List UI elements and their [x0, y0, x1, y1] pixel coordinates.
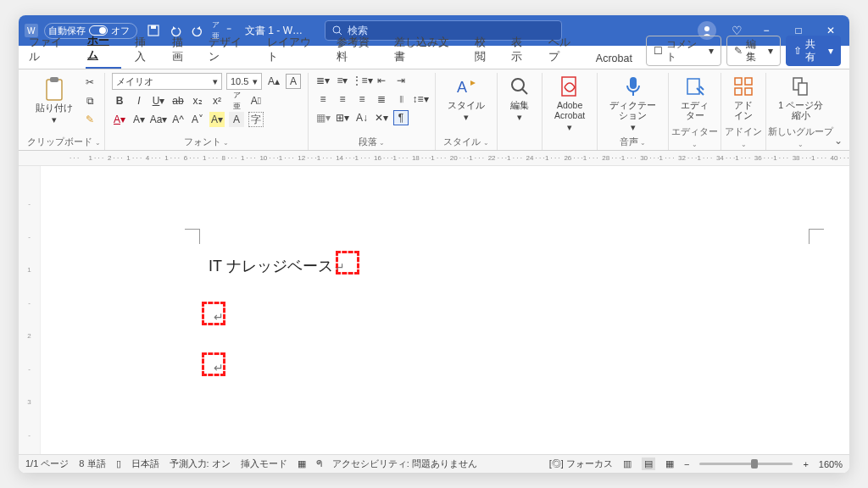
zoom-out-button[interactable]: − — [684, 459, 689, 469]
status-words[interactable]: 8 単語 — [79, 458, 105, 470]
highlight-icon[interactable]: A▾ — [209, 112, 225, 127]
share-button[interactable]: ⇧ 共有 ▾ — [786, 36, 841, 66]
status-insert-mode[interactable]: 挿入モード — [241, 458, 287, 470]
document-page[interactable]: IT ナレッジベース↵ ↵ ↵ — [41, 166, 849, 454]
undo-icon[interactable] — [168, 23, 183, 38]
grow-font-icon[interactable]: A▴ — [266, 74, 281, 89]
show-hide-pilcrow-icon[interactable]: ¶ — [393, 110, 409, 125]
underline-button[interactable]: U▾ — [151, 93, 166, 108]
tab-home[interactable]: ホーム — [86, 30, 121, 69]
web-layout-icon[interactable]: ▦ — [665, 458, 674, 469]
status-page[interactable]: 1/1 ページ — [25, 458, 69, 470]
accessibility-icon: ᖗ — [316, 458, 322, 469]
annotation-box — [202, 352, 225, 376]
qat-item[interactable]: ア亜 — [212, 19, 220, 42]
status-language[interactable]: 日本語 — [131, 458, 159, 470]
cut-icon[interactable]: ✂ — [82, 75, 97, 90]
decrease-indent-icon[interactable]: ⇤ — [374, 73, 389, 88]
enclose-char-icon[interactable]: 字 — [248, 112, 264, 127]
close-button[interactable]: ✕ — [822, 25, 839, 36]
tab-help[interactable]: ヘルプ — [547, 32, 582, 69]
dictation-button[interactable]: ディクテー ション▾ — [604, 73, 661, 132]
focus-mode-button[interactable]: [◎] フォーカス — [549, 458, 613, 470]
superscript-button[interactable]: x² — [209, 93, 225, 108]
shrink-one-page-button[interactable]: 1 ページ分 縮小 — [773, 73, 828, 120]
format-painter-icon[interactable]: ✎ — [82, 112, 97, 127]
tab-view[interactable]: 表示 — [509, 32, 534, 69]
tab-mailings[interactable]: 差し込み文書 — [392, 32, 460, 69]
sort-icon[interactable]: A↓ — [354, 110, 370, 125]
tab-review[interactable]: 校閲 — [473, 32, 498, 69]
multilevel-icon[interactable]: ⋮≡▾ — [354, 73, 370, 88]
subscript-button[interactable]: x₂ — [190, 93, 205, 108]
zoom-slider[interactable] — [699, 463, 793, 465]
document-area: --1-2-3-4-5-6-7-8 IT ナレッジベース↵ ↵ ↵ — [19, 166, 849, 454]
qat-more-icon[interactable]: ⁼ — [226, 25, 231, 36]
shrink-font-icon[interactable]: A˅ — [190, 112, 205, 127]
char-box-icon[interactable]: A — [286, 74, 301, 89]
align-right-icon[interactable]: ≡ — [354, 92, 370, 107]
addin-button[interactable]: アド イン — [728, 73, 759, 120]
microphone-icon — [624, 75, 643, 98]
font-size-selector[interactable]: 10.5▾ — [226, 73, 262, 90]
font-color-icon[interactable]: A▾ — [112, 112, 127, 127]
edit-mode-button[interactable]: ✎ 編集 ▾ — [726, 36, 782, 66]
char-shading-icon[interactable]: A — [229, 112, 244, 127]
vertical-ruler[interactable]: --1-2-3-4-5-6-7-8 — [19, 166, 41, 454]
zoom-level[interactable]: 160% — [819, 459, 843, 469]
group-label: 段落 — [309, 136, 435, 150]
font-name-selector[interactable]: メイリオ▾ — [112, 73, 222, 90]
acrobat-button[interactable]: Adobe Acrobat▾ — [549, 73, 590, 132]
group-voice: ディクテー ション▾ 音声 — [598, 73, 669, 150]
comment-button[interactable]: ☐ コメント ▾ — [646, 36, 721, 66]
tab-references[interactable]: 参考資料 — [335, 32, 381, 69]
grow-font-icon[interactable]: A^ — [170, 112, 186, 127]
paste-button[interactable]: 貼り付け▾ — [31, 75, 78, 125]
tab-file[interactable]: ファイル — [27, 32, 74, 69]
align-center-icon[interactable]: ≡ — [335, 92, 350, 107]
editor-button[interactable]: エディ ター — [676, 73, 714, 120]
book-icon[interactable]: ▯ — [116, 458, 121, 469]
status-predict[interactable]: 予測入力: オン — [170, 458, 231, 470]
save-icon[interactable] — [146, 23, 161, 38]
margin-corner-icon — [185, 229, 200, 244]
document-title: 文書 1 - W… — [245, 24, 303, 38]
ribbon-collapse-icon[interactable]: ⌄ — [834, 135, 843, 147]
read-mode-icon[interactable]: ▥ — [623, 458, 632, 469]
distributed-icon[interactable]: ⫴ — [393, 92, 409, 107]
align-left-icon[interactable]: ≡ — [315, 92, 331, 107]
phonetic-guide-icon[interactable]: ア亜 — [229, 93, 244, 108]
print-layout-icon[interactable]: ▤ — [642, 458, 655, 470]
italic-button[interactable]: I — [131, 93, 147, 108]
line-spacing-icon[interactable]: ↕≡▾ — [413, 92, 428, 107]
change-case-icon[interactable]: Aa▾ — [151, 112, 166, 127]
asian-layout-icon[interactable]: ✕▾ — [374, 110, 389, 125]
justify-icon[interactable]: ≣ — [374, 92, 389, 107]
ribbon: 貼り付け▾ ✂ ⧉ ✎ クリップボード メイリオ▾ 10.5▾ A▴ A B I — [19, 69, 849, 151]
redo-icon[interactable] — [190, 23, 205, 38]
svg-rect-15 — [687, 79, 699, 94]
bold-button[interactable]: B — [112, 93, 127, 108]
numbering-icon[interactable]: ≡▾ — [335, 73, 350, 88]
clipboard-icon — [43, 77, 65, 101]
edit-button[interactable]: 編集▾ — [504, 73, 535, 122]
document-text[interactable]: IT ナレッジベース↵ — [209, 256, 345, 276]
increase-indent-icon[interactable]: ⇥ — [393, 73, 409, 88]
maximize-button[interactable]: □ — [790, 25, 807, 36]
copy-icon[interactable]: ⧉ — [82, 93, 97, 108]
horizontal-ruler[interactable]: · · ·1 · · ·2 · · ·1 · · ·4 · · ·1 · · ·… — [19, 151, 849, 166]
strikethrough-button[interactable]: ab — [170, 93, 186, 108]
zoom-in-button[interactable]: + — [803, 459, 808, 469]
macro-icon[interactable]: ▦ — [298, 458, 306, 469]
borders-icon[interactable]: ⊞▾ — [335, 110, 350, 125]
shading-icon[interactable]: ▦▾ — [315, 110, 331, 125]
clear-format-icon[interactable]: A⃠ — [248, 93, 264, 108]
status-accessibility[interactable]: アクセシビリティ: 問題ありません — [332, 458, 477, 470]
text-effect-icon[interactable]: A▾ — [131, 112, 147, 127]
group-edit: 編集▾ — [498, 73, 542, 150]
bullets-icon[interactable]: ≣▾ — [315, 73, 331, 88]
tab-acrobat[interactable]: Acrobat — [594, 49, 634, 69]
svg-text:A: A — [457, 79, 467, 96]
minimize-button[interactable]: − — [758, 25, 775, 36]
styles-button[interactable]: A スタイル▾ — [442, 73, 490, 122]
